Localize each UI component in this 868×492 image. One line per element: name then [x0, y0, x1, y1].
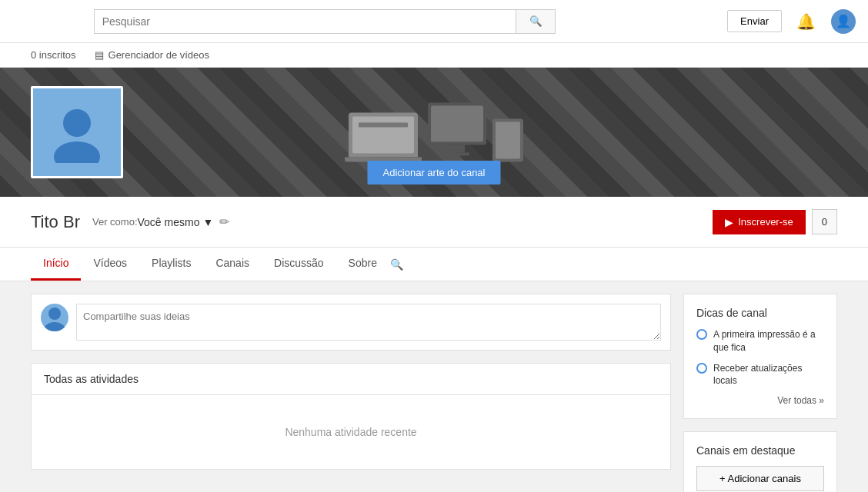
- laptop-device: [345, 113, 422, 162]
- share-ideas-input[interactable]: [76, 304, 661, 341]
- topbar-right: Enviar 🔔 👤: [727, 9, 856, 34]
- banner-devices: [345, 103, 523, 162]
- tablet-device: [492, 119, 523, 162]
- featured-channels-title: Canais em destaque: [696, 444, 824, 457]
- subscribe-area: ▶ Inscrever-se 0: [713, 209, 837, 234]
- video-manager-label: Gerenciador de vídeos: [108, 49, 210, 61]
- avatar-icon: 👤: [836, 14, 851, 28]
- add-channel-art-button[interactable]: Adicionar arte do canal: [368, 161, 501, 184]
- ver-todas-link[interactable]: Ver todas »: [696, 395, 824, 406]
- share-box: [31, 294, 671, 351]
- avatar-person-icon: [46, 101, 108, 163]
- featured-channels-card: Canais em destaque + Adicionar canais: [683, 431, 837, 492]
- tip-text-1: A primeira impressão é a que fica: [713, 328, 824, 354]
- svg-point-3: [44, 322, 65, 331]
- search-button[interactable]: 🔍: [516, 9, 555, 34]
- view-as-value: Você mesmo: [138, 216, 200, 228]
- tips-card: Dicas de canal A primeira impressão é a …: [683, 294, 837, 419]
- tip-dot-icon-2: [696, 363, 707, 374]
- avatar-circle: 👤: [831, 9, 856, 34]
- channel-tabs: Início Vídeos Playlists Canais Discussão…: [0, 248, 868, 281]
- tips-title: Dicas de canal: [696, 307, 824, 319]
- view-as-dropdown[interactable]: Você mesmo ▼: [138, 216, 214, 228]
- channel-avatar: [31, 86, 123, 178]
- tab-playlists-label: Playlists: [152, 257, 191, 269]
- svg-point-0: [63, 109, 91, 137]
- notification-bell-icon: 🔔: [796, 12, 816, 31]
- left-panel: Todas as atividades Nenhuma atividade re…: [31, 294, 671, 492]
- tab-discussao-label: Discussão: [274, 257, 324, 269]
- channel-meta-bar: 0 inscritos ▤ Gerenciador de vídeos: [0, 43, 868, 68]
- video-manager-link[interactable]: ▤ Gerenciador de vídeos: [95, 49, 210, 61]
- chevron-down-icon: ▼: [202, 216, 213, 228]
- svg-point-2: [48, 308, 61, 320]
- tab-search-icon[interactable]: 🔍: [389, 257, 405, 272]
- tab-sobre-label: Sobre: [349, 257, 377, 269]
- tab-canais-label: Canais: [215, 257, 249, 269]
- monitor-device: [428, 103, 486, 156]
- share-avatar: [41, 304, 68, 331]
- tab-videos-label: Vídeos: [93, 257, 127, 269]
- view-as-label: Ver como:: [92, 216, 138, 228]
- bell-icon[interactable]: 🔔: [794, 9, 819, 34]
- tab-videos[interactable]: Vídeos: [81, 248, 139, 281]
- subscribe-label: Inscrever-se: [738, 216, 793, 228]
- tab-canais[interactable]: Canais: [203, 248, 262, 281]
- svg-point-1: [54, 141, 100, 163]
- enviar-button[interactable]: Enviar: [727, 10, 782, 32]
- add-channels-button[interactable]: + Adicionar canais: [696, 466, 824, 491]
- activities-header: Todas as atividades: [32, 364, 670, 395]
- tab-inicio-label: Início: [43, 257, 68, 269]
- channel-info-bar: Tito Br Ver como: Você mesmo ▼ ✏ ▶ Inscr…: [0, 197, 868, 248]
- youtube-icon: ▶: [725, 216, 733, 228]
- tip-item-1: A primeira impressão é a que fica: [696, 328, 824, 354]
- subscribe-button[interactable]: ▶ Inscrever-se: [713, 210, 806, 234]
- tab-playlists[interactable]: Playlists: [139, 248, 203, 281]
- topbar: 🔍 Enviar 🔔 👤: [0, 0, 868, 43]
- search-area: 🔍: [94, 9, 556, 34]
- channel-name: Tito Br: [31, 212, 80, 232]
- no-activity-message: Nenhuma atividade recente: [32, 395, 670, 469]
- tab-discussao[interactable]: Discussão: [262, 248, 336, 281]
- channel-banner: Adicionar arte do canal: [0, 68, 868, 197]
- tip-dot-icon-1: [696, 329, 707, 340]
- subscribe-count: 0: [812, 209, 837, 234]
- subscribers-count: 0 inscritos: [31, 49, 76, 61]
- main-content: Todas as atividades Nenhuma atividade re…: [0, 281, 868, 492]
- tip-item-2: Receber atualizações locais: [696, 362, 824, 388]
- edit-pencil-icon[interactable]: ✏: [219, 214, 229, 229]
- video-manager-icon: ▤: [95, 49, 104, 61]
- tip-text-2: Receber atualizações locais: [713, 362, 824, 388]
- search-icon: 🔍: [529, 15, 542, 27]
- tab-inicio[interactable]: Início: [31, 248, 81, 281]
- tab-sobre[interactable]: Sobre: [336, 248, 389, 281]
- search-input[interactable]: [94, 9, 516, 34]
- user-avatar[interactable]: 👤: [831, 9, 856, 34]
- activities-section: Todas as atividades Nenhuma atividade re…: [31, 363, 671, 470]
- share-avatar-icon: [41, 304, 68, 331]
- search-tab-icon: 🔍: [390, 258, 403, 271]
- right-panel: Dicas de canal A primeira impressão é a …: [683, 294, 837, 492]
